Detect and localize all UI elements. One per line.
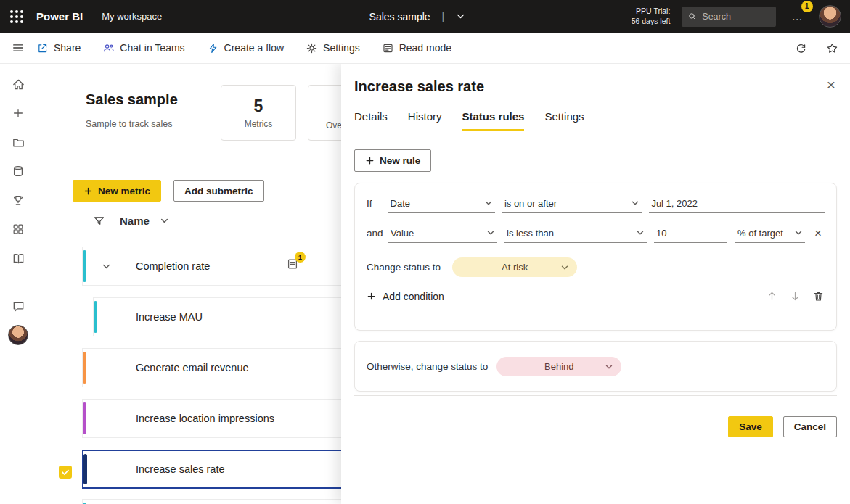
nav-metrics-button[interactable] xyxy=(4,186,33,215)
panel-title: Increase sales rate xyxy=(354,78,484,95)
change-status-label: Change status to xyxy=(367,262,441,273)
metric-row-increase-location-impressions[interactable]: Increase location impressions xyxy=(82,399,345,438)
app-launcher-button[interactable] xyxy=(0,0,33,33)
metric-row-partial[interactable] xyxy=(82,499,345,504)
chevron-down-icon[interactable] xyxy=(160,216,169,226)
gear-icon xyxy=(306,42,318,54)
operator-dropdown[interactable]: is less than xyxy=(504,223,647,243)
book-icon xyxy=(12,252,25,265)
nav-browse-button[interactable] xyxy=(4,128,33,157)
scorecard-title: Sales sample xyxy=(86,91,178,108)
search-input[interactable] xyxy=(702,12,770,22)
date-value-field[interactable]: Jul 1, 2022 xyxy=(649,194,825,213)
trash-icon[interactable] xyxy=(812,290,825,302)
tab-status-rules[interactable]: Status rules xyxy=(462,110,525,131)
metric-row-completion-rate[interactable]: Completion rate 1 xyxy=(82,247,345,286)
status-rule-card: If Date is on or after Jul 1, 2022 and V… xyxy=(354,183,837,331)
create-flow-button[interactable]: Create a flow xyxy=(207,42,284,54)
add-condition-button[interactable]: Add condition xyxy=(367,291,444,302)
unit-dropdown[interactable]: % of target xyxy=(735,223,805,243)
change-status-row: Change status to At risk xyxy=(367,257,825,277)
refresh-icon[interactable] xyxy=(795,42,807,54)
share-button[interactable]: Share xyxy=(36,42,81,54)
nav-rail xyxy=(0,64,36,504)
value-field[interactable]: 10 xyxy=(654,223,727,243)
document-title[interactable]: Sales sample xyxy=(369,11,430,22)
trial-status: PPU Trial: 56 days left xyxy=(632,7,671,26)
remove-condition-icon[interactable]: × xyxy=(812,226,825,241)
close-icon[interactable]: × xyxy=(827,77,835,92)
rule-order-icons xyxy=(766,290,825,302)
field-dropdown[interactable]: Date xyxy=(388,194,495,213)
metric-row-generate-email-revenue[interactable]: Generate email revenue xyxy=(82,348,345,387)
otherwise-label: Otherwise, change status to xyxy=(367,361,488,372)
database-icon xyxy=(12,165,25,178)
share-icon xyxy=(36,42,49,54)
metric-row-increase-mau[interactable]: Increase MAU xyxy=(93,297,345,336)
search-icon xyxy=(687,12,698,22)
trophy-icon xyxy=(12,194,25,207)
expand-chevron-icon[interactable] xyxy=(102,262,111,271)
chevron-down-icon xyxy=(636,228,645,237)
topbar-right-group: PPU Trial: 56 days left ... 1 xyxy=(632,5,850,28)
footer-divider xyxy=(354,395,837,396)
tab-details[interactable]: Details xyxy=(354,110,388,131)
nav-workspaces-button[interactable] xyxy=(4,215,33,244)
save-button[interactable]: Save xyxy=(728,416,773,437)
settings-button[interactable]: Settings xyxy=(306,42,360,54)
home-icon xyxy=(12,78,25,91)
move-up-icon[interactable] xyxy=(766,290,778,302)
chat-in-teams-button[interactable]: Chat in Teams xyxy=(102,42,184,54)
operator-dropdown[interactable]: is on or after xyxy=(502,194,642,213)
teams-icon xyxy=(102,42,115,54)
top-app-bar: Power BI My workspace Sales sample | PPU… xyxy=(0,0,850,33)
nav-create-button[interactable] xyxy=(4,99,33,128)
metric-color-bar xyxy=(83,250,86,282)
field-dropdown[interactable]: Value xyxy=(388,223,497,243)
filter-icon[interactable] xyxy=(93,215,105,227)
workspace-name[interactable]: My workspace xyxy=(102,11,162,22)
grid-icon xyxy=(12,223,25,236)
hamburger-icon xyxy=(12,41,25,54)
plus-icon xyxy=(365,156,375,165)
status-dropdown-behind[interactable]: Behind xyxy=(496,357,621,376)
nav-expand-button[interactable] xyxy=(0,33,36,64)
folder-icon xyxy=(12,136,25,149)
rail-user-avatar[interactable] xyxy=(8,325,28,345)
check-icon xyxy=(61,468,70,476)
status-dropdown-at-risk[interactable]: At risk xyxy=(452,257,577,277)
new-metric-button[interactable]: New metric xyxy=(73,180,161,202)
if-label: If xyxy=(367,198,385,209)
otherwise-rule-card: Otherwise, change status to Behind xyxy=(354,341,837,392)
and-condition-row: and Value is less than 10 % of target × xyxy=(367,223,825,243)
panel-footer: Save Cancel xyxy=(728,416,837,437)
move-down-icon[interactable] xyxy=(789,290,801,302)
metric-color-bar xyxy=(83,352,86,384)
favorite-star-icon[interactable] xyxy=(826,42,838,54)
cancel-button[interactable]: Cancel xyxy=(783,416,837,437)
tab-history[interactable]: History xyxy=(408,110,442,131)
name-column-header[interactable]: Name xyxy=(93,215,169,227)
chevron-down-icon xyxy=(794,228,803,237)
metrics-count-card: 5 Metrics xyxy=(221,85,296,141)
add-submetric-button[interactable]: Add submetric xyxy=(173,180,264,202)
row-checkbox[interactable] xyxy=(59,466,72,479)
read-mode-button[interactable]: Read mode xyxy=(382,42,451,54)
plus-icon xyxy=(367,292,376,301)
nav-home-button[interactable] xyxy=(4,70,33,99)
scorecard-subtitle: Sample to track sales xyxy=(86,119,173,129)
overflow-menu-button[interactable]: ... 1 xyxy=(788,8,807,25)
note-icon[interactable]: 1 xyxy=(286,257,299,270)
flow-icon xyxy=(207,42,219,54)
metric-color-bar xyxy=(83,402,86,434)
nav-feedback-button[interactable] xyxy=(4,292,33,321)
if-condition-row: If Date is on or after Jul 1, 2022 xyxy=(367,194,825,213)
metric-row-increase-sales-rate[interactable]: Increase sales rate xyxy=(82,450,345,489)
and-label: and xyxy=(367,228,385,239)
nav-apps-button[interactable] xyxy=(4,244,33,273)
nav-data-hub-button[interactable] xyxy=(4,157,33,186)
tab-settings[interactable]: Settings xyxy=(544,110,584,131)
user-avatar[interactable] xyxy=(819,5,841,28)
new-rule-button[interactable]: New rule xyxy=(354,149,431,172)
document-title-chevron-icon[interactable] xyxy=(456,12,465,21)
